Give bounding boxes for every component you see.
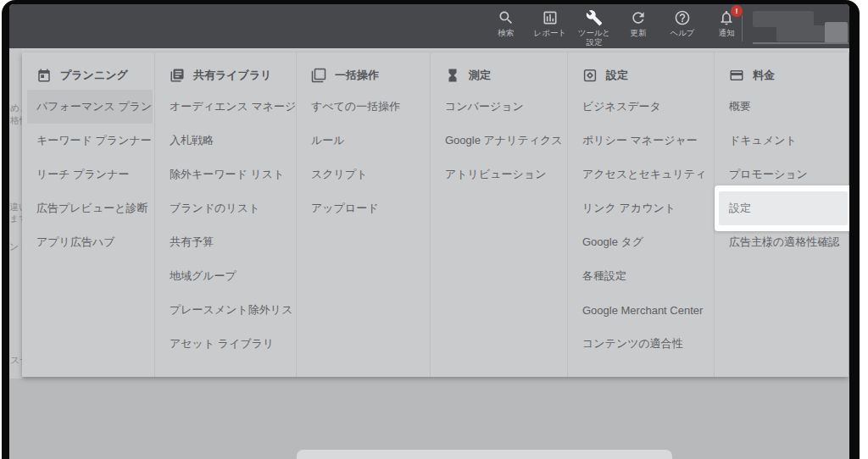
background-text-fragment: ます bbox=[9, 213, 23, 225]
menu-item[interactable]: 除外キーワード リスト bbox=[155, 158, 296, 191]
menu-items: すべての一括操作ルールスクリプトアップロード bbox=[297, 90, 430, 225]
account-divider bbox=[742, 15, 743, 41]
menu-column-header-billing: 料金 bbox=[715, 63, 849, 88]
menu-column-billing: 料金概要ドキュメントプロモーション設定広告主様の適格性確認 bbox=[715, 53, 849, 377]
account-underline bbox=[753, 42, 849, 44]
refresh-icon bbox=[630, 9, 647, 26]
app-screen: め、 格性 違い ます ント ステ 検索レポートツールと設定更新ヘルプ通知! プ… bbox=[9, 4, 849, 459]
menu-item[interactable]: Google アナリティクス bbox=[431, 124, 567, 158]
menu-items: 概要ドキュメントプロモーション設定広告主様の適格性確認 bbox=[715, 90, 849, 259]
menu-item[interactable]: アセット ライブラリ bbox=[155, 327, 296, 361]
menu-column-header-setup: 設定 bbox=[568, 63, 714, 88]
topbar-actions: 検索レポートツールと設定更新ヘルプ通知! bbox=[484, 4, 748, 48]
topbar-button-label: ツールと設定 bbox=[574, 28, 615, 47]
topbar-button-reports[interactable]: レポート bbox=[528, 4, 572, 48]
menu-column-shared-library: 共有ライブラリオーディエンス マネージャー入札戦略除外キーワード リストブランド… bbox=[155, 53, 297, 377]
menu-item[interactable]: ドキュメント bbox=[715, 124, 849, 158]
menu-item[interactable]: 地域グループ bbox=[155, 259, 296, 293]
menu-column-title: 設定 bbox=[606, 68, 628, 83]
menu-column-header-planning: プランニング bbox=[22, 63, 154, 88]
topbar-button-label: 通知 bbox=[719, 28, 735, 37]
menu-column-title: 料金 bbox=[753, 68, 775, 83]
notification-badge: ! bbox=[731, 5, 743, 17]
topbar-button-refresh[interactable]: 更新 bbox=[616, 4, 660, 48]
tools-and-settings-menu: プランニングパフォーマンス プランナーキーワード プランナーリーチ プランナー広… bbox=[22, 53, 849, 377]
topbar-button-label: 更新 bbox=[631, 28, 647, 37]
tools-icon bbox=[586, 9, 603, 26]
menu-item[interactable]: オーディエンス マネージャー bbox=[155, 90, 296, 124]
menu-item[interactable]: 入札戦略 bbox=[155, 124, 296, 158]
menu-item[interactable]: アプリ広告ハブ bbox=[22, 225, 154, 259]
menu-item[interactable]: リンク アカウント bbox=[568, 191, 714, 225]
menu-item[interactable]: アップロード bbox=[297, 191, 430, 225]
menu-items: コンバージョンGoogle アナリティクスアトリビューション bbox=[431, 90, 567, 191]
menu-item[interactable]: Google Merchant Center bbox=[568, 293, 714, 327]
menu-column-title: 一括操作 bbox=[335, 68, 379, 83]
library-icon bbox=[170, 68, 185, 83]
menu-item[interactable]: ビジネスデータ bbox=[568, 90, 714, 124]
calendar-icon bbox=[36, 68, 52, 83]
topbar-button-tools[interactable]: ツールと設定 bbox=[572, 4, 616, 48]
menu-column-title: 共有ライブラリ bbox=[193, 68, 272, 83]
card-icon bbox=[729, 68, 744, 83]
menu-column-setup: 設定ビジネスデータポリシー マネージャーアクセスとセキュリティリンク アカウント… bbox=[568, 53, 715, 377]
menu-items: オーディエンス マネージャー入札戦略除外キーワード リストブランドのリスト共有予… bbox=[155, 90, 296, 361]
menu-column-bulk-actions: 一括操作すべての一括操作ルールスクリプトアップロード bbox=[297, 53, 431, 377]
avatar[interactable] bbox=[825, 22, 848, 43]
search-icon bbox=[498, 9, 515, 26]
menu-item[interactable]: すべての一括操作 bbox=[297, 90, 430, 124]
background-text-fragment: 違い bbox=[9, 201, 23, 213]
stack-icon bbox=[311, 68, 326, 83]
gear-box-icon bbox=[582, 68, 598, 83]
help-icon bbox=[674, 9, 691, 26]
menu-item[interactable]: ルール bbox=[297, 124, 430, 158]
menu-item[interactable]: Google タグ bbox=[568, 225, 714, 259]
menu-item[interactable]: コンテンツの適合性 bbox=[568, 327, 714, 361]
topbar-button-label: レポート bbox=[534, 28, 567, 37]
top-app-bar: 検索レポートツールと設定更新ヘルプ通知! bbox=[9, 4, 849, 48]
spotlight-highlight: 設定 bbox=[715, 185, 849, 231]
menu-column-title: 測定 bbox=[469, 68, 491, 83]
hourglass-icon bbox=[445, 68, 460, 83]
topbar-button-search[interactable]: 検索 bbox=[484, 4, 528, 48]
menu-item[interactable]: アクセスとセキュリティ bbox=[568, 158, 714, 191]
menu-item[interactable]: パフォーマンス プランナー bbox=[27, 90, 153, 124]
menu-item[interactable]: スクリプト bbox=[297, 158, 430, 191]
menu-item[interactable]: プレースメント除外リスト bbox=[155, 293, 296, 327]
background-text-fragment: ント bbox=[9, 241, 23, 253]
reports-icon bbox=[542, 9, 559, 26]
menu-item[interactable]: キーワード プランナー bbox=[22, 124, 154, 158]
menu-item[interactable]: 各種設定 bbox=[568, 259, 714, 293]
menu-column-title: プランニング bbox=[60, 68, 128, 83]
screenshot-stage: め、 格性 違い ます ント ステ 検索レポートツールと設定更新ヘルプ通知! プ… bbox=[0, 0, 868, 459]
menu-item[interactable]: アトリビューション bbox=[431, 158, 567, 191]
topbar-button-label: ヘルプ bbox=[670, 28, 694, 37]
menu-item[interactable]: 共有予算 bbox=[155, 225, 296, 259]
topbar-button-label: 検索 bbox=[498, 28, 515, 37]
menu-item[interactable]: 設定 bbox=[719, 191, 848, 225]
menu-item[interactable]: ポリシー マネージャー bbox=[568, 124, 714, 158]
menu-item[interactable]: 概要 bbox=[715, 90, 849, 124]
menu-items: ビジネスデータポリシー マネージャーアクセスとセキュリティリンク アカウントGo… bbox=[568, 90, 714, 361]
menu-item[interactable]: 広告プレビューと診断 bbox=[22, 191, 154, 225]
menu-column-header-bulk-actions: 一括操作 bbox=[297, 63, 430, 88]
menu-item[interactable]: リーチ プランナー bbox=[22, 158, 154, 191]
menu-item[interactable]: ブランドのリスト bbox=[155, 191, 296, 225]
menu-column-measurement: 測定コンバージョンGoogle アナリティクスアトリビューション bbox=[431, 53, 568, 377]
menu-column-header-measurement: 測定 bbox=[431, 63, 567, 88]
menu-items: パフォーマンス プランナーキーワード プランナーリーチ プランナー広告プレビュー… bbox=[22, 90, 154, 259]
menu-item[interactable]: コンバージョン bbox=[431, 90, 567, 124]
topbar-button-help[interactable]: ヘルプ bbox=[660, 4, 704, 48]
menu-column-planning: プランニングパフォーマンス プランナーキーワード プランナーリーチ プランナー広… bbox=[22, 53, 155, 377]
background-card-edge bbox=[297, 450, 672, 459]
menu-column-header-shared-library: 共有ライブラリ bbox=[155, 63, 296, 88]
